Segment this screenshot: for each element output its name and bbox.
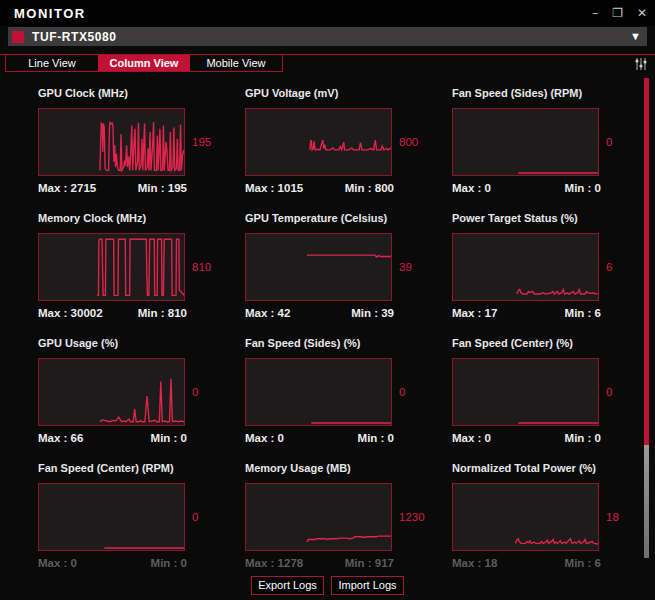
chart-plot [245, 108, 392, 176]
chart-min: Min : 0 [565, 432, 601, 444]
view-tabs: Line ViewColumn ViewMobile View [5, 54, 283, 72]
device-name: TUF-RTX5080 [32, 30, 117, 44]
chart-cell: Power Target Status (%) 6 Max : 17 Min :… [452, 207, 655, 332]
device-selector[interactable]: TUF-RTX5080 ▼ [8, 27, 647, 46]
chart-title: Memory Clock (MHz) [38, 212, 245, 226]
chart-title: GPU Voltage (mV) [245, 87, 452, 101]
scrollbar-thumb[interactable] [644, 78, 649, 445]
chart-min: Min : 39 [351, 307, 394, 319]
close-icon[interactable]: ✕ [637, 7, 647, 19]
chart-max: Max : 0 [452, 432, 491, 444]
chart-min: Min : 0 [151, 557, 187, 569]
chart-plot [38, 108, 185, 176]
chart-min: Min : 195 [138, 182, 187, 194]
chart-cell: GPU Clock (MHz) 195 Max : 2715 Min : 195 [38, 82, 245, 207]
chart-cell: GPU Usage (%) 0 Max : 66 Min : 0 [38, 332, 245, 457]
chart-current-value: 6 [599, 233, 612, 301]
chart-plot [245, 483, 392, 551]
chart-min: Min : 6 [565, 307, 601, 319]
chart-min: Min : 0 [565, 182, 601, 194]
tab-line-view[interactable]: Line View [6, 55, 98, 71]
chart-current-value: 18 [599, 483, 619, 551]
chart-cell: Fan Speed (Center) (%) 0 Max : 0 Min : 0 [452, 332, 655, 457]
scrollbar-track[interactable] [644, 445, 649, 558]
chart-plot [452, 483, 599, 551]
chart-max: Max : 0 [38, 557, 77, 569]
chevron-down-icon[interactable]: ▼ [630, 31, 641, 42]
chart-max: Max : 1015 [245, 182, 303, 194]
chart-max: Max : 42 [245, 307, 290, 319]
chart-plot [38, 358, 185, 426]
chart-max: Max : 30002 [38, 307, 103, 319]
chart-grid: GPU Clock (MHz) 195 Max : 2715 Min : 195… [0, 75, 655, 582]
chart-title: GPU Clock (MHz) [38, 87, 245, 101]
chart-title: Fan Speed (Center) (%) [452, 337, 655, 351]
chart-current-value: 0 [599, 358, 612, 426]
chart-cell: Memory Clock (MHz) 810 Max : 30002 Min :… [38, 207, 245, 332]
chart-current-value: 0 [185, 483, 198, 551]
chart-min: Min : 800 [345, 182, 394, 194]
chart-cell: Fan Speed (Sides) (RPM) 0 Max : 0 Min : … [452, 82, 655, 207]
chart-current-value: 1230 [392, 483, 425, 551]
chart-max: Max : 0 [245, 432, 284, 444]
tab-column-view[interactable]: Column View [98, 55, 190, 71]
chart-plot [452, 233, 599, 301]
chart-cell: Memory Usage (MB) 1230 Max : 1278 Min : … [245, 457, 452, 582]
chart-plot [452, 358, 599, 426]
chart-plot [38, 233, 185, 301]
chart-title: GPU Usage (%) [38, 337, 245, 351]
chart-plot [38, 483, 185, 551]
chart-title: Normalized Total Power (%) [452, 462, 655, 476]
footer-bar: Export Logs Import Logs [0, 570, 655, 600]
chart-max: Max : 17 [452, 307, 497, 319]
chart-min: Min : 0 [358, 432, 394, 444]
window-controls: – ❐ ✕ [592, 7, 647, 19]
chart-max: Max : 1278 [245, 557, 303, 569]
chart-plot [245, 233, 392, 301]
chart-min: Min : 810 [138, 307, 187, 319]
chart-cell: Fan Speed (Center) (RPM) 0 Max : 0 Min :… [38, 457, 245, 582]
chart-current-value: 0 [185, 358, 198, 426]
chart-title: Fan Speed (Center) (RPM) [38, 462, 245, 476]
tab-strip: Line ViewColumn ViewMobile View [0, 54, 655, 75]
device-color-swatch [12, 31, 24, 43]
chart-max: Max : 66 [38, 432, 83, 444]
chart-cell: GPU Temperature (Celsius) 39 Max : 42 Mi… [245, 207, 452, 332]
chart-current-value: 0 [392, 358, 405, 426]
chart-min: Min : 6 [565, 557, 601, 569]
chart-current-value: 800 [392, 108, 418, 176]
import-logs-button[interactable]: Import Logs [331, 576, 404, 595]
chart-cell: Normalized Total Power (%) 18 Max : 18 M… [452, 457, 655, 582]
restore-icon[interactable]: ❐ [612, 7, 623, 19]
minimize-icon[interactable]: – [592, 7, 598, 19]
chart-plot [245, 358, 392, 426]
scrollbar[interactable] [644, 78, 649, 570]
filter-sliders-icon[interactable] [634, 57, 648, 71]
tab-mobile-view[interactable]: Mobile View [190, 55, 282, 71]
chart-current-value: 39 [392, 233, 412, 301]
chart-title: Power Target Status (%) [452, 212, 655, 226]
chart-current-value: 195 [185, 108, 211, 176]
chart-min: Min : 0 [151, 432, 187, 444]
chart-title: Fan Speed (Sides) (RPM) [452, 87, 655, 101]
chart-title: Memory Usage (MB) [245, 462, 452, 476]
monitor-window: MONITOR – ❐ ✕ TUF-RTX5080 ▼ Line ViewCol… [0, 0, 655, 600]
chart-max: Max : 18 [452, 557, 497, 569]
app-title: MONITOR [14, 6, 86, 21]
chart-max: Max : 2715 [38, 182, 96, 194]
export-logs-button[interactable]: Export Logs [251, 576, 324, 595]
chart-max: Max : 0 [452, 182, 491, 194]
chart-title: Fan Speed (Sides) (%) [245, 337, 452, 351]
chart-plot [452, 108, 599, 176]
chart-current-value: 0 [599, 108, 612, 176]
chart-title: GPU Temperature (Celsius) [245, 212, 452, 226]
chart-min: Min : 917 [345, 557, 394, 569]
chart-current-value: 810 [185, 233, 211, 301]
chart-cell: GPU Voltage (mV) 800 Max : 1015 Min : 80… [245, 82, 452, 207]
chart-cell: Fan Speed (Sides) (%) 0 Max : 0 Min : 0 [245, 332, 452, 457]
title-bar: MONITOR – ❐ ✕ [0, 0, 655, 26]
